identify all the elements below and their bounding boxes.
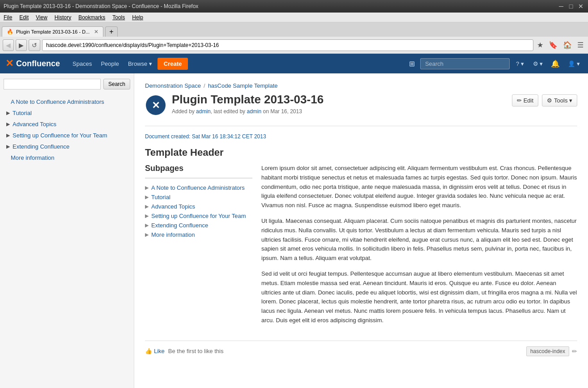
home-icon[interactable]: 🏠 [561,40,574,50]
nav-spaces[interactable]: Spaces [69,58,95,70]
subpage-arrow-more: ▶ [145,232,149,238]
sidebar-item-note-label: A Note to Confluence Administrators [11,98,104,105]
subpage-link-extending: Extending Confluence [151,222,208,229]
content-body: Subpages ▶ A Note to Confluence Administ… [145,164,577,332]
sidebar-arrow-tutorial: ▶ [6,110,10,116]
thumbs-up-icon: 👍 [145,348,152,354]
bookmark-icon[interactable]: 🔖 [547,40,559,50]
body-text: Lorem ipsum dolor sit amet, consectetuer… [261,164,577,332]
notifications-icon[interactable]: 🔔 [549,58,562,70]
tab-favicon: 🔥 [7,29,13,35]
menu-file[interactable]: File [4,14,12,21]
sidebar: Search A Note to Confluence Administrato… [0,73,134,388]
svg-text:✕: ✕ [152,100,160,111]
tab-close-icon[interactable]: ✕ [94,29,98,35]
user-menu-button[interactable]: 👤 ▾ [565,59,583,69]
confluence-logo[interactable]: ✕ Confluence [5,58,60,69]
subpage-link-tutorial: Tutorial [151,194,170,200]
sidebar-arrow-advanced: ▶ [6,121,10,127]
sidebar-search-input[interactable] [4,79,101,90]
help-button[interactable]: ? ▾ [513,59,527,69]
subpage-item-tutorial[interactable]: ▶ Tutorial [145,192,252,202]
section-heading: Template Header [145,147,577,158]
sidebar-item-setup[interactable]: ▶ Setting up Confluence for Your Team [4,130,130,141]
index-badge: hascode-index [526,346,569,356]
sidebar-item-more-label: More information [11,154,55,161]
menu-history[interactable]: History [55,14,71,21]
like-area: 👍 Like Be the first to like this [145,348,223,354]
subpage-arrow-note: ▶ [145,185,149,191]
sidebar-item-note[interactable]: A Note to Confluence Administrators [4,97,130,107]
breadcrumb-demonstration-space[interactable]: Demonstration Space [145,82,201,89]
page-title-area: ✕ Plugin Template 2013-03-16 Added by ad… [145,93,324,116]
edit-icon: ✏ [517,97,522,104]
forward-button[interactable]: ▶ [16,39,27,51]
address-bar[interactable] [42,39,533,51]
close-btn[interactable]: ✕ [577,3,584,10]
breadcrumb-hascode-template[interactable]: hasCode Sample Template [208,82,278,89]
settings-button[interactable]: ⚙ ▾ [530,59,546,69]
back-button[interactable]: ◀ [3,39,14,51]
new-tab-button[interactable]: + [105,26,117,37]
page-icon: ✕ [145,94,166,116]
browser-tab-active[interactable]: 🔥 Plugin Template 2013-03-16 - D... ✕ [2,26,103,37]
minimize-btn[interactable]: ─ [558,3,565,10]
sidebar-item-more[interactable]: More information [4,153,130,163]
breadcrumb: Demonstration Space / hasCode Sample Tem… [145,82,577,89]
sidebar-item-tutorial[interactable]: ▶ Tutorial [4,108,130,118]
columns-icon[interactable]: ⊞ [407,58,417,70]
subpage-item-setup[interactable]: ▶ Setting up Confluence for Your Team [145,211,252,221]
subpage-item-advanced[interactable]: ▶ Advanced Topics [145,202,252,211]
title-divider [145,126,577,126]
bookmark-star-icon[interactable]: ★ [535,40,545,50]
browser-tabbar: 🔥 Plugin Template 2013-03-16 - D... ✕ + [0,22,588,37]
app-header: ✕ Confluence Spaces People Browse ▾ Crea… [0,54,588,73]
tools-button[interactable]: ⚙ Tools ▾ [542,94,577,107]
like-button[interactable]: 👍 Like [145,348,165,354]
subpage-item-more[interactable]: ▶ More information [145,230,252,239]
header-search-input[interactable] [420,58,510,69]
subpage-link-advanced: Advanced Topics [151,203,195,210]
subpage-item-extending[interactable]: ▶ Extending Confluence [145,221,252,230]
main-layout: Search A Note to Confluence Administrato… [0,73,588,388]
sidebar-item-extending[interactable]: ▶ Extending Confluence [4,141,130,152]
sidebar-item-advanced-label: Advanced Topics [13,121,56,128]
edit-button[interactable]: ✏ Edit [512,94,538,107]
menu-tools[interactable]: Tools [112,14,125,21]
sidebar-item-advanced[interactable]: ▶ Advanced Topics [4,119,130,129]
subpage-item-note[interactable]: ▶ A Note to Confluence Administrators [145,183,252,192]
content-area: Demonstration Space / hasCode Sample Tem… [134,73,588,388]
nav-browse[interactable]: Browse ▾ [124,58,156,70]
menu-view[interactable]: View [36,14,47,21]
footer-edit-icon[interactable]: ✏ [572,348,577,355]
sidebar-nav: A Note to Confluence Administrators ▶ Tu… [4,97,130,163]
sidebar-item-tutorial-label: Tutorial [13,110,32,116]
subpage-arrow-tutorial: ▶ [145,194,149,200]
body-paragraph-3: Sed id velit ut orci feugiat tempus. Pel… [261,269,577,325]
page-footer: 👍 Like Be the first to like this hascode… [145,341,577,356]
page-title-content: Plugin Template 2013-03-16 Added by admi… [172,93,324,115]
sidebar-search-button[interactable]: Search [103,79,130,90]
reload-button[interactable]: ↺ [29,39,40,51]
subpage-link-note: A Note to Confluence Administrators [151,184,245,191]
subpages-panel: Subpages ▶ A Note to Confluence Administ… [145,164,252,332]
menu-help[interactable]: Help [132,14,143,21]
page-meta-author[interactable]: admin [196,108,211,115]
logo-x-icon: ✕ [5,58,13,69]
browser-settings-icon[interactable]: ☰ [575,40,585,50]
page-title: Plugin Template 2013-03-16 [172,93,324,107]
header-nav: Spaces People Browse ▾ Create [69,58,188,70]
menu-edit[interactable]: Edit [19,14,29,21]
nav-people[interactable]: People [97,58,122,70]
doc-created: Document created: Sat Mar 16 18:34:12 CE… [145,133,577,140]
page-action-buttons: ✏ Edit ⚙ Tools ▾ [512,94,577,107]
page-meta-editor[interactable]: admin [247,108,261,115]
maximize-btn[interactable]: □ [567,3,575,10]
tab-title: Plugin Template 2013-03-16 - D... [16,29,89,34]
header-right: ⊞ ? ▾ ⚙ ▾ 🔔 👤 ▾ [407,58,583,70]
subpage-arrow-advanced: ▶ [145,204,149,209]
menu-bookmarks[interactable]: Bookmarks [78,14,105,21]
create-button[interactable]: Create [158,58,188,70]
browser-navbar: ◀ ▶ ↺ ★ 🔖 🏠 ☰ [0,37,588,54]
subpages-heading: Subpages [145,164,252,173]
